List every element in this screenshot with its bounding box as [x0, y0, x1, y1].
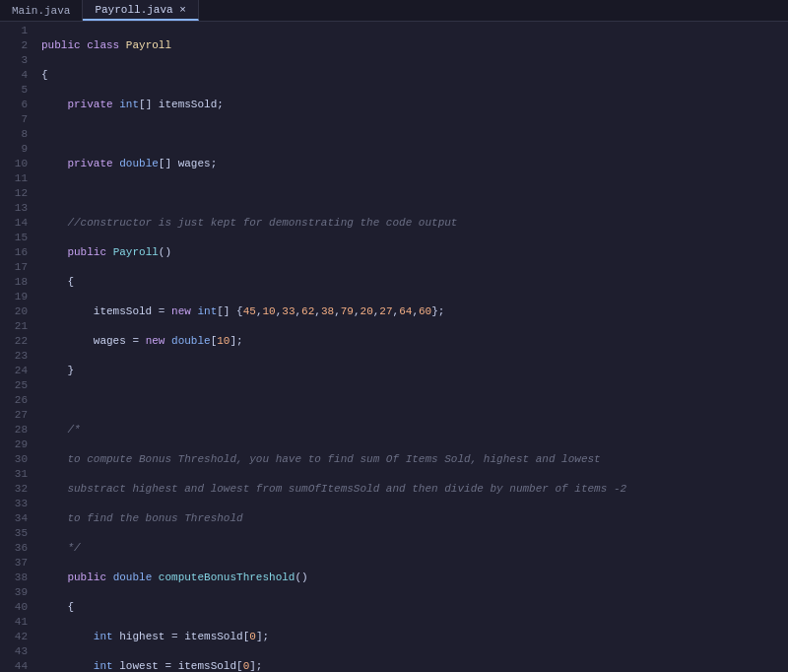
tab-bar: Main.java Payroll.java × — [0, 0, 788, 22]
tab-payroll-java[interactable]: Payroll.java × — [83, 0, 198, 21]
tab-main-java[interactable]: Main.java — [0, 0, 83, 21]
editor: 1 2 3 4 5 6 7 8 9 10 11 12 13 14 15 16 1… — [0, 22, 788, 672]
code-area[interactable]: public class Payroll { private int[] ite… — [35, 22, 788, 672]
line-numbers: 1 2 3 4 5 6 7 8 9 10 11 12 13 14 15 16 1… — [0, 22, 35, 672]
